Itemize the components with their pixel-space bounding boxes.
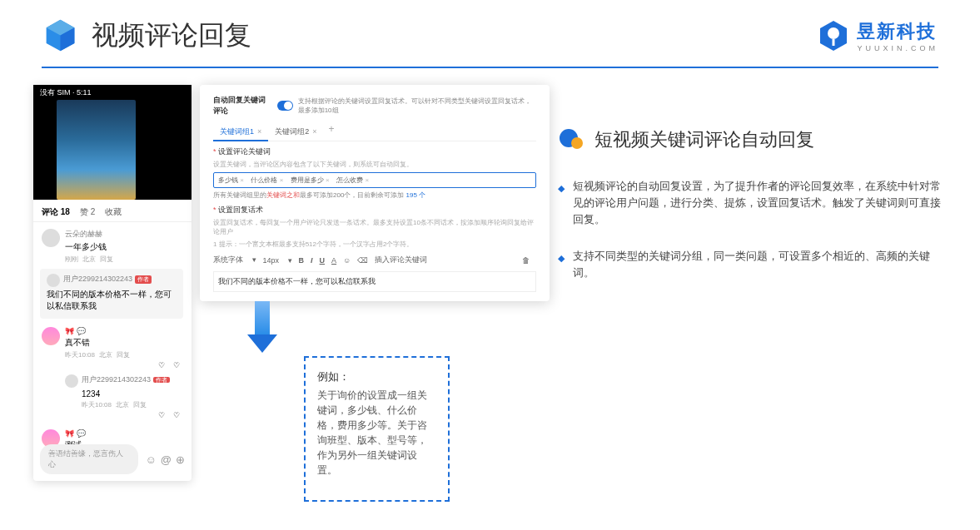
keyword-group-tab[interactable]: 关键词组2×: [268, 123, 323, 141]
at-icon[interactable]: @: [161, 453, 172, 466]
video-thumbnail: [57, 100, 136, 200]
heart-icon[interactable]: ♡: [158, 361, 168, 371]
commenter-name: 🎀 💬: [65, 429, 183, 438]
avatar: [65, 374, 78, 388]
toggle-switch[interactable]: [277, 101, 293, 111]
keyword-count-hint: 所有关键词组里的关键词之和最多可添加200个，目前剩余可添加 195 个: [213, 191, 536, 200]
dislike-icon[interactable]: ♡: [173, 361, 183, 371]
keyword-group-tab[interactable]: 关键词组1×: [213, 123, 268, 141]
comment-text: 一年多少钱: [65, 241, 183, 253]
keyword-tag[interactable]: 怎么收费: [336, 176, 369, 185]
comment-time: 刚刚: [65, 255, 78, 263]
keyword-tag[interactable]: 什么价格: [251, 176, 283, 185]
tab-comments[interactable]: 评论 18: [42, 206, 70, 218]
tab-likes[interactable]: 赞 2: [80, 206, 95, 218]
editor-toolbar: 系统字体 ▾ 14px ▾ B I U A ☺ ⌫ 插入评论关键词 🗑: [213, 252, 536, 268]
example-title: 例如：: [317, 369, 436, 384]
emoji-icon[interactable]: ☺: [146, 453, 157, 466]
reply-text: 1234: [82, 389, 183, 399]
avatar: [47, 274, 60, 287]
config-panel: 自动回复关键词评论 支持根据评论的关键词设置回复话术。可以针对不同类型关键词设置…: [200, 85, 550, 301]
char-hint: 1 提示：一个富文本框最多支持512个字符，一个汉字占用2个字符。: [213, 240, 536, 249]
section-reply: 设置回复话术: [213, 205, 536, 215]
reply-button[interactable]: 回复: [133, 401, 147, 409]
section-keywords-desc: 设置关键词，当评论区内容包含了以下关键词，则系统可自动回复。: [213, 160, 536, 169]
keyword-input[interactable]: 多少钱 什么价格 费用是多少 怎么收费: [213, 172, 536, 188]
underline-icon[interactable]: U: [320, 256, 326, 265]
comment-text: 真不错: [65, 337, 183, 349]
keyword-tag[interactable]: 费用是多少: [291, 176, 330, 185]
dislike-icon[interactable]: ♡: [173, 411, 183, 421]
svg-point-6: [571, 137, 583, 149]
author-badge: 作者: [135, 275, 152, 284]
comment-loc: 北京: [116, 401, 129, 409]
close-icon[interactable]: ×: [312, 127, 316, 136]
font-select[interactable]: 系统字体 ▾: [213, 255, 256, 265]
avatar: [42, 229, 60, 247]
emoji-icon[interactable]: ☺: [343, 256, 351, 265]
section-keywords: 设置评论关键词: [213, 146, 536, 157]
brand-name: 昱新科技: [857, 19, 938, 44]
comment-item: 🎀 💬 真不错 昨天10:08北京回复 ♡♡ 用户2299214302243作者…: [42, 327, 183, 421]
brand-logo: 昱新科技 YUUXIN.COM: [817, 19, 938, 52]
comment-input[interactable]: 善语结善缘，恶言伤人心: [40, 444, 138, 474]
italic-icon[interactable]: I: [311, 256, 313, 265]
author-badge: 作者: [153, 377, 170, 383]
heart-icon[interactable]: ♡: [158, 411, 168, 421]
editor-textarea[interactable]: 我们不同的版本价格不一样，您可以私信联系我: [213, 271, 536, 292]
add-tab-button[interactable]: +: [324, 123, 340, 141]
header-divider: [42, 67, 938, 68]
commenter-name: 云朵的赫赫: [65, 229, 183, 240]
page-title: 视频评论回复: [92, 17, 251, 54]
config-hint: 支持根据评论的关键词设置回复话术。可以针对不同类型关键词设置回复话术，最多添加1…: [298, 97, 536, 115]
mobile-mockup: 没有 SIM · 5:11 评论 18 赞 2 收藏 云朵的赫赫 一年多少钱 刚…: [33, 85, 192, 481]
reply-text: 我们不同的版本价格不一样，您可以私信联系我: [47, 289, 177, 312]
font-color-icon[interactable]: A: [331, 256, 336, 265]
clear-icon[interactable]: ⌫: [357, 256, 368, 265]
chat-bubble-icon: [558, 126, 585, 153]
bullet-item: 支持不同类型的关键词分组，同一类问题，可设置多个相近的、高频的关键词。: [558, 248, 947, 281]
close-icon[interactable]: ×: [257, 127, 261, 136]
brand-subtitle: YUUXIN.COM: [857, 44, 938, 52]
reply-button[interactable]: 回复: [117, 351, 130, 359]
comment-time: 昨天10:08: [82, 401, 112, 409]
bullet-item: 短视频评论的自动回复设置，为了提升作者的评论回复效率，在系统中针对常见的评论用户…: [558, 178, 947, 228]
font-size-select[interactable]: 14px ▾: [263, 256, 292, 265]
example-box: 例如： 关于询价的设置成一组关键词，多少钱、什么价格，费用多少等。关于咨询班型、…: [304, 356, 450, 502]
reply-user: 用户2299214302243: [63, 274, 132, 285]
comment-item: 云朵的赫赫 一年多少钱 刚刚北京回复 用户2299214302243作者 我们不…: [42, 229, 183, 319]
config-title: 自动回复关键词评论: [213, 95, 272, 116]
reply-card: 用户2299214302243作者 我们不同的版本价格不一样，您可以私信联系我: [40, 269, 183, 319]
avatar: [42, 327, 60, 345]
section-reply-desc: 设置回复话术，每回复一个用户评论只发送一条话术。最多支持设置10条不同话术，按添…: [213, 218, 536, 236]
comment-loc: 北京: [82, 255, 96, 263]
keyword-tag[interactable]: 多少钱: [218, 176, 244, 185]
cube-icon: [42, 17, 79, 54]
comment-loc: 北京: [99, 351, 112, 359]
feature-title: 短视频关键词评论自动回复: [594, 127, 814, 152]
brand-badge-icon: [817, 19, 850, 52]
example-text: 关于询价的设置成一组关键词，多少钱、什么价格，费用多少等。关于咨询班型、版本、型…: [317, 388, 436, 478]
svg-point-4: [828, 27, 839, 39]
insert-keyword-button[interactable]: 插入评论关键词: [375, 255, 427, 265]
tab-fav[interactable]: 收藏: [105, 206, 122, 218]
delete-icon[interactable]: 🗑: [522, 256, 530, 265]
image-icon[interactable]: ⊕: [176, 453, 185, 466]
bold-icon[interactable]: B: [299, 256, 305, 265]
reply-button[interactable]: 回复: [100, 255, 113, 263]
comment-time: 昨天10:08: [65, 351, 95, 359]
commenter-name: 🎀 💬: [65, 327, 183, 335]
reply-user: 用户2299214302243: [82, 375, 151, 384]
status-bar: 没有 SIM · 5:11: [33, 85, 192, 100]
